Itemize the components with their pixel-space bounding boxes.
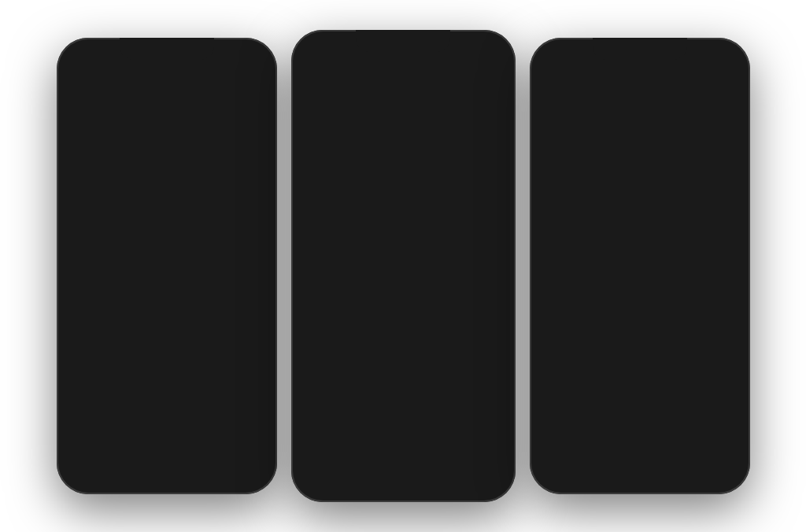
phone-2: 9:41 ▲▲▲ WiFi ▓ 📷 Instagram 📺 ✈ xyxy=(291,30,516,502)
see-why-button-1[interactable]: See Why xyxy=(134,288,199,308)
nav-right-1: 📺 ✈ xyxy=(219,73,259,91)
signal-icon-3: ▲▲▲ xyxy=(678,56,702,65)
bottom-nav-3: 🏠 🔍 ➕ ♡ 👤 xyxy=(536,448,744,485)
see-post-link-1[interactable]: See Post xyxy=(148,308,184,317)
like-icon-1[interactable]: ♡ xyxy=(72,330,87,349)
post-header-3: 👤 alexraj ••• xyxy=(536,160,744,198)
fc-avatar-a: A xyxy=(310,286,337,312)
stories-row-3: Your Story iamjaywee chrisrobinp xyxy=(536,95,744,160)
nav-bar-3: 📷 Instagram 📺 ✈ xyxy=(536,69,744,95)
story-inner-3-3 xyxy=(644,104,680,140)
fc-name-b: Fact-Checker: B xyxy=(345,334,497,345)
story-your-1[interactable]: Your Story xyxy=(71,102,112,153)
story-inner-2-3 xyxy=(595,104,631,140)
nav-bar-1: 📷 Instagram 📺 ✈ xyxy=(63,69,271,95)
battery-icon-1: ▓ xyxy=(252,56,257,65)
status-time-3: 9:41 xyxy=(549,54,568,65)
false-info-overlay-1: False Information Reviewed by independen… xyxy=(97,212,236,308)
bookmark-icon-3[interactable]: 🔖 xyxy=(715,399,734,418)
false-info-banner-text-3: See why fact-checkers say this is false. xyxy=(558,378,736,386)
send-icon-1[interactable]: ✈ xyxy=(247,73,259,91)
story-3-3[interactable]: chrisrobinp xyxy=(641,102,682,153)
comment-icon-3[interactable]: 💬 xyxy=(571,399,590,418)
story-2-1[interactable]: iamjaywee xyxy=(120,102,161,153)
profile-icon-3[interactable]: 👤 xyxy=(712,455,733,475)
phone-1-screen: 9:41 ▲▲▲ WiFi ▓ 📷 Instagram 📺 ✈ xyxy=(63,47,271,485)
home-icon-1[interactable]: 🏠 xyxy=(73,455,94,475)
share-icon-3[interactable]: ✈ xyxy=(601,400,613,417)
story-inner-3-1 xyxy=(171,104,207,140)
story-avatar-4-1 xyxy=(217,102,258,142)
post-likes-3: 👤👤 Liked by hazeljennings and others xyxy=(545,426,734,434)
svg-rect-10 xyxy=(643,316,649,339)
story-label-2-1: iamjaywee xyxy=(123,145,157,153)
add-icon-1[interactable]: ➕ xyxy=(158,455,179,475)
add-comment-1: Add a comment... xyxy=(63,405,271,429)
send-icon-3[interactable]: ✈ xyxy=(720,73,732,91)
fc-name-a: Fact-Checker: A xyxy=(345,284,497,295)
story-inner-5-3 xyxy=(741,104,744,140)
story-avatar-3-1 xyxy=(168,102,209,142)
fc-more-label-a: More Information: xyxy=(345,306,412,316)
signal-icon-1: ▲▲▲ xyxy=(205,56,229,65)
comment-user-1: lizunakim xyxy=(72,383,112,393)
status-icons-1: ▲▲▲ WiFi ▓ xyxy=(205,56,257,65)
fc-conclusion-value-a: False xyxy=(392,295,414,305)
heart-nav-icon-1[interactable]: ♡ xyxy=(202,455,217,475)
story-label-3-1: chrisrobinp xyxy=(171,145,205,153)
add-icon-3[interactable]: ➕ xyxy=(631,455,653,475)
your-story-avatar-3 xyxy=(544,102,585,142)
bookmark-icon-1[interactable]: 🔖 xyxy=(242,330,261,349)
app-title-1: Instagram xyxy=(124,73,188,91)
story-3-1[interactable]: chrisrobinp xyxy=(168,102,209,153)
phone-1: 9:41 ▲▲▲ WiFi ▓ 📷 Instagram 📺 ✈ xyxy=(57,38,277,494)
comment-icon-1[interactable]: 💬 xyxy=(98,330,117,349)
story-5-3[interactable]: danto xyxy=(739,102,744,153)
caption-content-1: look at this. xyxy=(102,371,146,380)
warning-icon-3: ⚠ xyxy=(544,376,553,388)
heart-nav-icon-3[interactable]: ♡ xyxy=(675,455,690,475)
caption-user-1: alexraj xyxy=(72,371,100,380)
search-icon-3[interactable]: 🔍 xyxy=(589,455,610,475)
camera-icon-3[interactable]: 📷 xyxy=(547,72,567,91)
profile-icon-1[interactable]: 👤 xyxy=(238,455,260,475)
post-more-3[interactable]: ••• xyxy=(721,171,736,187)
caption-text-1: alexraj look at this. xyxy=(72,371,146,380)
like-icon-3[interactable]: ♡ xyxy=(545,399,560,418)
story-4-3[interactable]: emiilyjun xyxy=(690,102,731,153)
story-your-3[interactable]: Your Story xyxy=(544,102,585,153)
svg-point-14 xyxy=(595,318,634,337)
share-anyway-button-2[interactable]: Share Anyway xyxy=(310,430,497,455)
svg-point-13 xyxy=(654,209,701,233)
fc-conclusion-label-a: Conclusion: xyxy=(345,295,390,305)
story-2-3[interactable]: iamjaywee xyxy=(593,102,634,153)
nav-right-3: 📺 ✈ xyxy=(692,73,732,91)
your-story-label-1: Your Story xyxy=(75,145,108,153)
fact-checker-a: A Fact-Checker: A Conclusion: False More… xyxy=(310,284,497,325)
phone-3: 9:41 ▲▲▲ WiFi ▓ 📷 Instagram 📺 ✈ xyxy=(530,38,750,494)
story-5-1[interactable]: danto xyxy=(266,102,271,153)
view-comments-1[interactable]: View all 10 comments xyxy=(63,394,271,405)
fc-avatar-b: B xyxy=(310,336,337,363)
story-4-1[interactable]: emiilyjun xyxy=(217,102,258,153)
false-info-subtitle-1: Reviewed by independent fact-checkers xyxy=(97,270,236,279)
fc-conclusion-label-b: Conclusion: xyxy=(345,345,390,355)
status-bar-3: 9:41 ▲▲▲ WiFi ▓ xyxy=(536,47,744,69)
fact-checker-b: B Fact-Checker: B Conclusion: False More… xyxy=(310,334,497,375)
post-more-1[interactable]: ••• xyxy=(248,171,263,187)
false-info-banner-3[interactable]: ⚠ See why fact-checkers say this is fals… xyxy=(536,371,744,393)
tv-icon-3[interactable]: 📺 xyxy=(692,73,709,91)
post-liked-by-1: Liked by hazeljennings and others xyxy=(93,357,212,365)
status-icons-3: ▲▲▲ WiFi ▓ xyxy=(678,56,730,65)
svg-point-12 xyxy=(568,213,630,245)
story-inner-5-1 xyxy=(268,104,271,140)
tv-icon-1[interactable]: 📺 xyxy=(219,73,236,91)
home-icon-3[interactable]: 🏠 xyxy=(546,455,568,475)
camera-icon-1[interactable]: 📷 xyxy=(74,72,94,91)
wifi-icon-1: WiFi xyxy=(232,56,249,65)
comment-placeholder-1[interactable]: Add a comment... xyxy=(94,412,162,422)
share-icon-1[interactable]: ✈ xyxy=(128,331,140,348)
search-icon-1[interactable]: 🔍 xyxy=(116,455,137,475)
app-title-3: Instagram xyxy=(597,73,661,91)
cancel-button-2[interactable]: Cancel xyxy=(310,393,497,425)
